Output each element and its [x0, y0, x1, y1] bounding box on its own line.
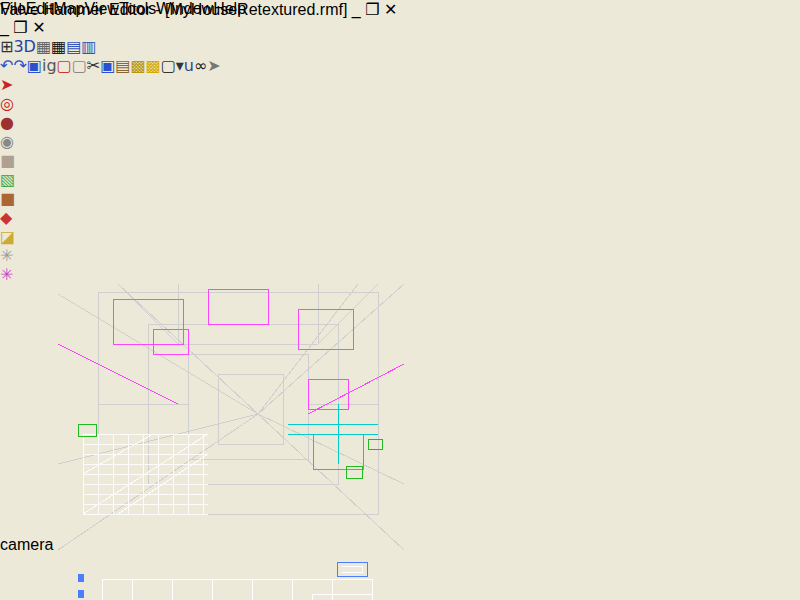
group[interactable]: ▣ [27, 56, 42, 75]
mdi-close-button[interactable]: ✕ [32, 19, 45, 36]
larger-grid[interactable]: ▦ [51, 37, 66, 56]
smaller-grid[interactable]: ▦ [36, 37, 51, 56]
minimize-button[interactable]: _ [352, 1, 361, 18]
run-map[interactable]: ➤ [207, 56, 220, 75]
texture-lock[interactable]: ▩ [130, 56, 145, 75]
magnify-tool[interactable]: ◎ [0, 94, 800, 113]
toolbar: ⊞3D▦▦▤▥ ↶↷▣ig▢▢✂▣▤▩▩▢▾u∞➤ [0, 37, 800, 75]
toggle-grid[interactable]: ⊞ [0, 37, 13, 56]
apply-texture-tool[interactable]: ■ [0, 189, 800, 208]
entity-names-toggle[interactable]: u [184, 56, 194, 75]
camera-wireframe-art [58, 284, 404, 550]
decal-tool[interactable]: ◆ [0, 208, 800, 227]
viewport-top[interactable]: top (x/y) [0, 554, 800, 600]
texture-application-tool[interactable]: ▧ [0, 170, 800, 189]
ignore-groups[interactable]: ig [42, 56, 57, 75]
carve[interactable]: ▢ [57, 56, 72, 75]
window-title: Valve Hammer Editor - [MyHouseRetextured… [0, 1, 347, 18]
selection-mode-dropdown[interactable]: ▾ [176, 56, 184, 75]
find-entities[interactable]: ∞ [194, 56, 207, 75]
path-tool[interactable]: ✳ [0, 265, 800, 284]
vertex-tool[interactable]: ✳ [0, 246, 800, 265]
make-hollow[interactable]: ▢ [72, 56, 87, 75]
selection-mode[interactable]: ▢ [161, 56, 176, 75]
cut[interactable]: ✂ [87, 56, 100, 75]
title-bar: Valve Hammer Editor - [MyHouseRetextured… [0, 0, 800, 16]
paste[interactable]: ▤ [115, 56, 130, 75]
load-window-state[interactable]: ▤ [66, 37, 81, 56]
mdi-minimize-button[interactable]: _ [0, 19, 9, 36]
copy[interactable]: ▣ [100, 56, 115, 75]
mdi-restore-button[interactable]: ❐ [13, 18, 27, 37]
clipper-tool[interactable]: ◪ [0, 227, 800, 246]
texture-scale-lock[interactable]: ▩ [146, 56, 161, 75]
save-window-state[interactable]: ▥ [81, 37, 96, 56]
valve-hammer-editor-window: Valve Hammer Editor - [MyHouseRetextured… [0, 0, 800, 600]
camera-tool[interactable]: ● [0, 113, 800, 132]
selection-tool[interactable]: ➤ [0, 75, 800, 94]
tool-palette: ➤◎●◉■▧■◆◪✳✳ [0, 75, 800, 284]
top-wireframe-art [62, 554, 397, 600]
block-tool[interactable]: ■ [0, 151, 800, 170]
toggle-3d-grid[interactable]: 3D [13, 37, 36, 56]
viewport-camera-label: camera [0, 536, 53, 553]
redo[interactable]: ↷ [13, 56, 26, 75]
undo[interactable]: ↶ [0, 56, 13, 75]
viewport-camera[interactable]: camera [0, 284, 800, 554]
entity-tool[interactable]: ◉ [0, 132, 800, 151]
close-button[interactable]: ✕ [384, 1, 397, 18]
restore-button[interactable]: ❐ [365, 0, 379, 19]
